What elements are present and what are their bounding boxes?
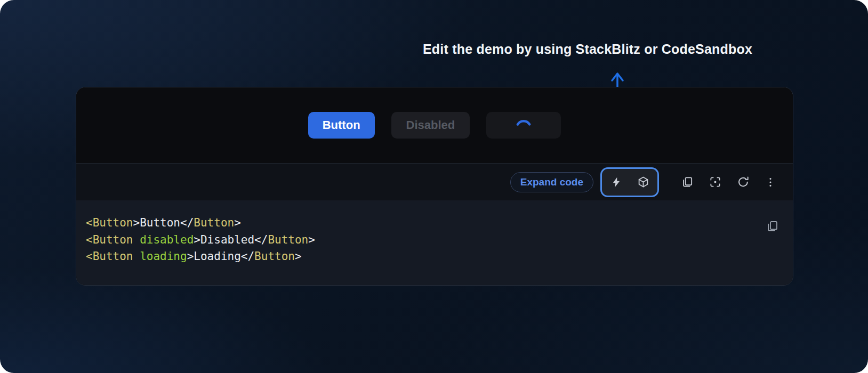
demo-toolbar: Expand code xyxy=(76,163,793,200)
code-line: <Button loading>Loading</Button> xyxy=(86,248,761,265)
code-line: <Button disabled>Disabled</Button> xyxy=(86,232,761,249)
code-block: <Button>Button</Button><Button disabled>… xyxy=(86,215,761,265)
online-editor-group xyxy=(600,167,659,197)
page-background: Edit the demo by using StackBlitz or Cod… xyxy=(0,0,868,373)
refresh-icon[interactable] xyxy=(736,176,749,189)
code-copy-icon[interactable] xyxy=(766,220,779,232)
demo-preview-area: Button Disabled xyxy=(76,87,793,163)
codesandbox-box-icon[interactable] xyxy=(637,176,649,189)
focus-scan-icon[interactable] xyxy=(709,176,721,189)
demo-card: Button Disabled Expand code xyxy=(76,87,793,286)
stackblitz-lightning-icon[interactable] xyxy=(610,176,623,189)
code-panel: <Button>Button</Button><Button disabled>… xyxy=(76,200,793,285)
expand-code-button[interactable]: Expand code xyxy=(510,172,593,192)
disabled-button[interactable]: Disabled xyxy=(391,112,470,139)
spinner-icon xyxy=(515,115,532,135)
annotation-text: Edit the demo by using StackBlitz or Cod… xyxy=(423,42,752,57)
loading-button[interactable] xyxy=(486,112,561,139)
copy-icon[interactable] xyxy=(681,176,694,189)
more-vertical-icon[interactable] xyxy=(764,176,777,189)
primary-button[interactable]: Button xyxy=(308,112,375,139)
code-line: <Button>Button</Button> xyxy=(86,215,761,232)
